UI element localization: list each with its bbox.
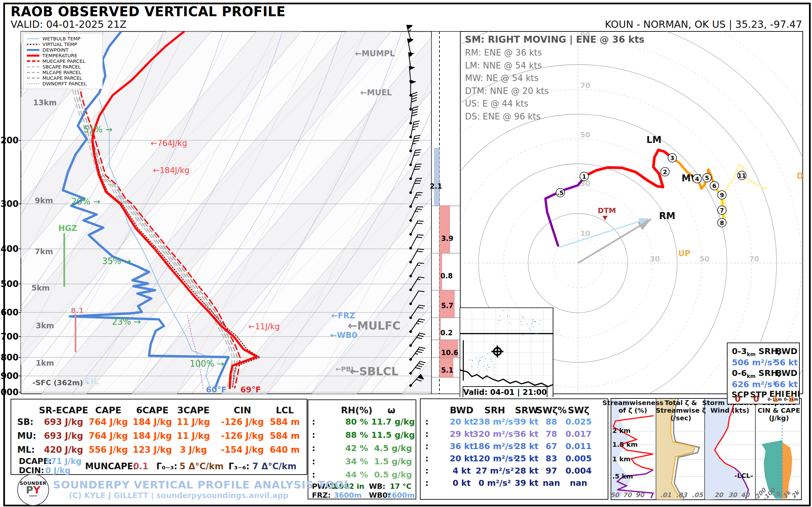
hodo-height-marker-label: 7: [720, 207, 724, 214]
radar-speckle: [536, 334, 537, 335]
storm-motion-dtm: DTM: NNE @ 20 kts: [465, 85, 645, 98]
shear-value: 0 m²/s²: [478, 478, 511, 488]
cape-annotation: ←184J/kg: [153, 166, 190, 175]
muecape-parcel-line-icon: [27, 60, 39, 63]
mini-ylabel: .5 km: [612, 472, 633, 480]
radar-speckle: [503, 310, 504, 311]
radar-speckle: [471, 366, 472, 367]
bar-pink: [440, 253, 442, 290]
srh-0-6-value: 626 m²/s²: [732, 380, 776, 389]
height-label: 3km: [36, 321, 54, 330]
logo-fineprint: ▪▪▪▪▪▪: [18, 494, 48, 497]
pressure-tick-label: 600: [1, 307, 18, 317]
radar-speckle: [488, 353, 489, 354]
mini-title: Wind (kts): [710, 406, 749, 414]
cape-value: 123 J/kg: [133, 445, 172, 455]
pressure-tick-label: 1000: [0, 387, 18, 397]
legend-label: DWNDRFT PARCEL: [42, 81, 87, 87]
radar-speckle: [523, 318, 524, 319]
surface-temp-label: 69°F: [241, 385, 261, 394]
shear-value: 0.004: [565, 466, 592, 475]
rh-annotation: 20% →: [71, 196, 100, 207]
dwndrft-parcel-line-icon: [27, 82, 39, 85]
shear-value: 0.025: [565, 417, 592, 427]
eil-label: EIL: [85, 376, 99, 386]
storm-motion-mw: MW: NE @ 54 kts: [465, 72, 645, 85]
stepwise-cin-fill: [762, 440, 782, 499]
bar-value: 10.6: [441, 349, 458, 357]
mini-title: (J/kg): [769, 414, 789, 422]
shear-value: 120 m²/s²: [473, 454, 517, 463]
shear-value: 78: [546, 429, 557, 439]
level-annotation: ←MUEL: [360, 88, 392, 97]
wb-label: WB:: [369, 482, 386, 491]
radar-speckle: [534, 321, 535, 322]
lapse-8-1-label: 8.1: [71, 306, 84, 315]
storm-motion-sm: SM: RIGHT MOVING | ENE @ 36 kts: [465, 33, 645, 46]
height-label: 9km: [35, 196, 53, 205]
figure-canvas: RAOB OBSERVED VERTICAL PROFILE VALID: 04…: [0, 0, 812, 507]
rh-annotation: 23% →: [112, 317, 141, 327]
radar-speckle: [532, 319, 534, 320]
cape-row-label: ML:: [17, 445, 35, 455]
radar-speckle: [532, 321, 533, 322]
shear-value: 36 kt: [450, 442, 473, 451]
mixing-ratio-value: 0.5 g/kg: [374, 470, 412, 480]
radar-speckle: [522, 334, 523, 335]
shear-value: 97: [546, 466, 557, 475]
radar-speckle: [494, 368, 495, 368]
legend-item: MUCAPE PARCEL: [27, 75, 99, 81]
mini-title: Total ζ &: [665, 399, 697, 407]
radar-speckle: [482, 356, 483, 357]
pressure-tick-label: 300: [1, 199, 18, 209]
shear-value: 39 kt: [515, 478, 539, 488]
srh-bwd-box: 0-3km SRH, BWD 506 m²/s² 56 kt 0-6km SRH…: [727, 342, 800, 404]
cape-value: 184 J/kg: [133, 417, 172, 427]
hodo-height-marker-label: 8: [720, 219, 724, 226]
radar-speckle: [487, 369, 488, 370]
radar-speckle: [479, 357, 480, 358]
radar-speckle: [478, 371, 479, 372]
thermo-stats-table: SR-ECAPECAPE6CAPE3CAPECINLCLSB:693 J/kg7…: [11, 399, 307, 475]
mini-tick: 0: [774, 490, 782, 498]
bwd-0-3-value: 56 kt: [774, 358, 798, 368]
radar-speckle: [478, 361, 479, 362]
cape-value: 764 J/kg: [89, 417, 128, 427]
cape-value: -126 J/kg: [221, 417, 264, 427]
storm-motion-rm: RM: ENE @ 36 kts: [465, 46, 645, 59]
shear-header: SWζ: [568, 405, 589, 415]
omega-header: ω: [388, 405, 395, 415]
radar-speckle: [488, 376, 489, 377]
mini-tick: .05: [692, 491, 703, 498]
mini-title: Streamwise ζ: [656, 406, 706, 414]
lcl-annotation: -LCL-: [734, 471, 753, 480]
hodo-height-marker-label: 2: [663, 168, 667, 175]
shear-value: 20 kt: [450, 454, 473, 463]
cape-annotation: ←11J/kg: [248, 322, 280, 331]
rh-header: RH(%): [341, 405, 372, 415]
hgz-label: HGZ: [58, 224, 77, 233]
cape-value: 584 m: [270, 417, 300, 427]
mini-tick: .01: [660, 491, 671, 498]
streamwiseness-curve-upper: [613, 416, 654, 470]
legend-item: SBCAPE PARCEL: [27, 64, 99, 69]
streamwiseness-fill: [612, 399, 632, 499]
radar-speckle: [531, 323, 532, 324]
level-annotation: ←SBLCL: [350, 365, 398, 378]
cape-value: 693 J/kg: [44, 417, 83, 427]
mini-title: (/sec): [671, 414, 692, 422]
shear-value: 320 m²/s²: [473, 429, 517, 439]
radar-speckle: [494, 374, 495, 375]
ehi-0-3-value: 2: [789, 394, 794, 404]
layer-label: :: [312, 417, 315, 428]
hodo-height-marker-label: 1: [582, 173, 587, 180]
radar-speckle: [498, 323, 499, 324]
radar-speckle: [489, 367, 490, 368]
legend-item: MLCAPE PARCEL: [27, 69, 99, 75]
sbcape-parcel-line-icon: [27, 65, 39, 68]
height-label: 7km: [35, 247, 53, 256]
cape-value: 640 m: [270, 445, 300, 455]
frz-label: FRZ:: [312, 491, 331, 499]
mini-tick: 90: [636, 491, 645, 498]
radar-speckle: [492, 369, 493, 370]
